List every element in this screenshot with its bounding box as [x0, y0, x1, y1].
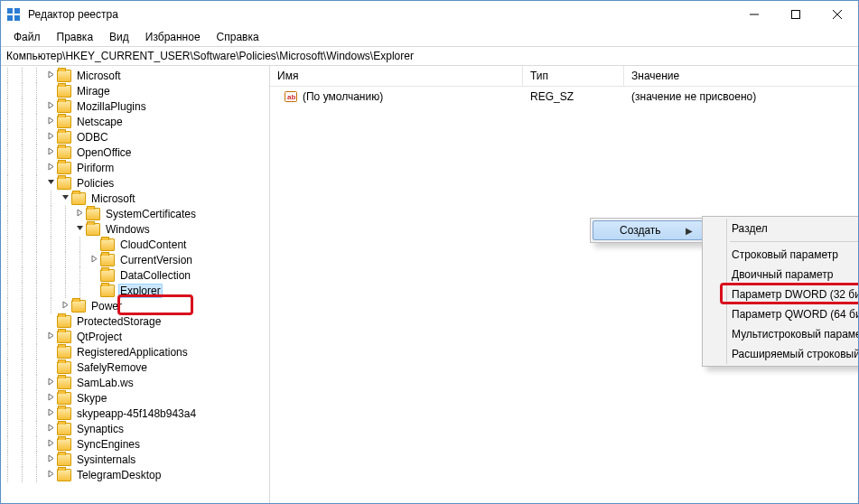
menu-view[interactable]: Вид — [102, 30, 136, 44]
tree-node-label: RegisteredApplications — [75, 346, 190, 359]
tree-node[interactable]: skypeapp-45f148b943a4 — [1, 406, 269, 421]
tree-node[interactable]: MozillaPlugins — [1, 98, 269, 114]
address-bar[interactable]: Компьютер\HKEY_CURRENT_USER\Software\Pol… — [1, 46, 858, 66]
tree-node[interactable]: OpenOffice — [1, 145, 269, 160]
tree-node[interactable]: Windows — [1, 221, 269, 237]
tree-node[interactable]: Power — [1, 298, 269, 313]
tree-node-label: SafelyRemove — [75, 361, 149, 374]
expander-icon[interactable] — [88, 255, 100, 265]
tree-node[interactable]: Piriform — [1, 160, 269, 175]
window-title: Редактор реестра — [28, 8, 733, 21]
expander-icon[interactable] — [44, 424, 57, 434]
svg-rect-1 — [14, 8, 20, 14]
expander-icon[interactable] — [73, 224, 86, 234]
submenu-expandstring[interactable]: Расширяемый строковый параметр — [705, 344, 859, 364]
folder-icon — [57, 146, 71, 159]
folder-icon — [57, 177, 71, 190]
submenu-binary[interactable]: Двоичный параметр — [705, 265, 859, 285]
tree-node[interactable]: ProtectedStorage — [1, 313, 269, 329]
tree-node[interactable]: Microsoft — [1, 191, 269, 206]
tree-node[interactable]: Synaptics — [1, 421, 269, 436]
expander-icon[interactable] — [44, 378, 57, 387]
submenu-multistring[interactable]: Мультистроковый параметр — [705, 324, 859, 344]
tree-node[interactable]: TelegramDesktop — [1, 467, 269, 482]
tree-node-label: Windows — [104, 223, 152, 236]
tree-node[interactable]: SamLab.ws — [1, 375, 269, 390]
submenu-key[interactable]: Раздел — [705, 219, 859, 238]
values-pane[interactable]: Имя Тип Значение ab (По умолчанию) REG_S… — [270, 66, 858, 503]
value-data: (значение не присвоено) — [624, 90, 858, 103]
context-menu[interactable]: Создать ▶ — [590, 218, 705, 243]
expander-icon[interactable] — [44, 132, 57, 142]
expander-icon[interactable] — [44, 163, 57, 173]
tree-node[interactable]: QtProject — [1, 329, 269, 344]
folder-icon — [57, 70, 71, 82]
tree-pane[interactable]: MicrosoftMirageMozillaPluginsNetscapeODB… — [1, 66, 270, 503]
expander-icon[interactable] — [44, 147, 57, 157]
tree-node[interactable]: Microsoft — [1, 68, 269, 83]
menu-edit[interactable]: Правка — [50, 30, 101, 44]
tree-node[interactable]: CloudContent — [1, 237, 269, 252]
menu-create[interactable]: Создать ▶ — [593, 220, 703, 240]
tree-node[interactable]: Netscape — [1, 114, 269, 129]
tree-node[interactable]: SafelyRemove — [1, 359, 269, 375]
folder-icon — [71, 300, 86, 313]
expander-icon[interactable] — [44, 454, 57, 464]
col-name[interactable]: Имя — [270, 66, 523, 86]
expander-icon[interactable] — [44, 117, 57, 126]
tree-node-label: QtProject — [75, 331, 124, 343]
folder-icon — [57, 162, 71, 174]
tree-node-label: Microsoft — [89, 192, 137, 205]
maximize-button[interactable] — [775, 1, 817, 28]
tree-node[interactable]: Explorer — [1, 283, 269, 298]
create-submenu[interactable]: Раздел Строковый параметр Двоичный парам… — [702, 216, 859, 367]
expander-icon[interactable] — [44, 408, 57, 418]
expander-icon[interactable] — [44, 393, 57, 403]
tree-node[interactable]: CurrentVersion — [1, 252, 269, 267]
expander-icon[interactable] — [59, 193, 71, 203]
svg-rect-0 — [7, 8, 13, 14]
folder-icon — [57, 85, 71, 98]
tree-node-label: Skype — [75, 392, 108, 405]
folder-icon — [86, 223, 100, 236]
expander-icon[interactable] — [44, 439, 57, 449]
expander-icon[interactable] — [44, 70, 57, 80]
value-row[interactable]: ab (По умолчанию) REG_SZ (значение не пр… — [270, 89, 858, 105]
tree-node[interactable]: Mirage — [1, 83, 269, 98]
folder-icon — [57, 361, 71, 374]
submenu-qword[interactable]: Параметр QWORD (64 бита) — [705, 304, 859, 324]
col-type[interactable]: Тип — [523, 66, 624, 86]
expander-icon[interactable] — [44, 470, 57, 480]
tree-node[interactable]: SyncEngines — [1, 436, 269, 452]
menu-favorites[interactable]: Избранное — [138, 30, 208, 44]
tree-node[interactable]: Policies — [1, 175, 269, 191]
expander-icon[interactable] — [44, 178, 57, 188]
tree-node-label: Policies — [75, 177, 116, 190]
svg-rect-2 — [7, 15, 13, 21]
col-value[interactable]: Значение — [624, 66, 858, 86]
folder-icon — [57, 331, 71, 343]
menu-file[interactable]: Файл — [6, 30, 48, 44]
menu-help[interactable]: Справка — [210, 30, 266, 44]
tree-node[interactable]: DataCollection — [1, 267, 269, 283]
tree-node[interactable]: Sysinternals — [1, 452, 269, 467]
tree-node-label: TelegramDesktop — [75, 469, 163, 481]
expander-icon[interactable] — [44, 101, 57, 111]
close-button[interactable] — [817, 1, 858, 28]
svg-rect-5 — [792, 11, 800, 19]
expander-icon[interactable] — [59, 301, 71, 311]
submenu-string[interactable]: Строковый параметр — [705, 245, 859, 265]
expander-icon[interactable] — [73, 209, 86, 219]
tree-node[interactable]: SystemCertificates — [1, 206, 269, 221]
tree-node[interactable]: RegisteredApplications — [1, 344, 269, 359]
tree-node[interactable]: ODBC — [1, 129, 269, 145]
tree-node-label: Synaptics — [75, 423, 126, 435]
submenu-dword[interactable]: Параметр DWORD (32 бита) — [705, 285, 859, 304]
tree-node-label: DataCollection — [118, 269, 192, 282]
expander-icon[interactable] — [44, 331, 57, 341]
value-type: REG_SZ — [523, 90, 624, 103]
tree-node[interactable]: Skype — [1, 390, 269, 406]
menubar: Файл Правка Вид Избранное Справка — [1, 28, 858, 46]
minimize-button[interactable] — [733, 1, 775, 28]
tree-node-label: ODBC — [75, 131, 110, 144]
